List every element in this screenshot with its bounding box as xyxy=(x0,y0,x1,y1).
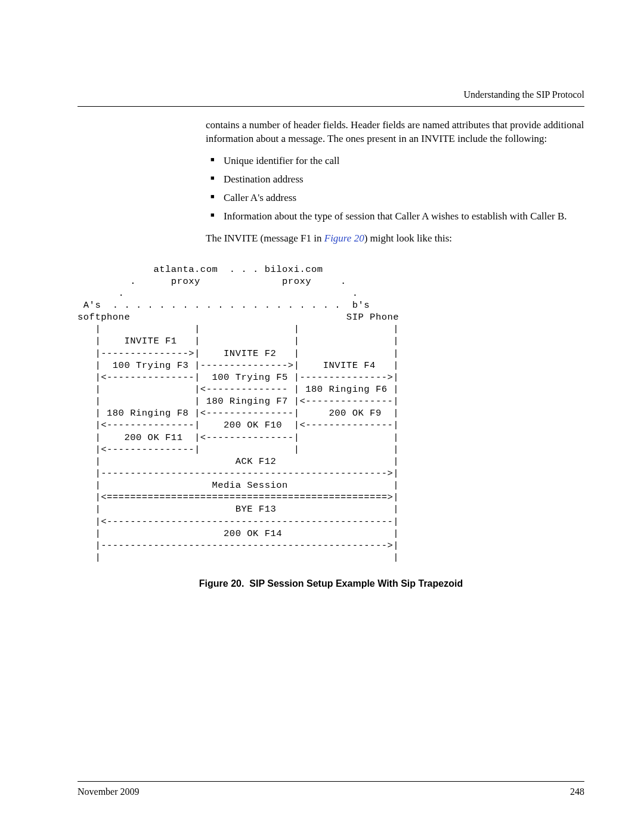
para2-post: ) might look like this: xyxy=(364,233,452,244)
list-item: Caller A's address xyxy=(206,191,584,205)
figure-caption-text: SIP Session Setup Example With Sip Trape… xyxy=(249,578,463,589)
sip-trapezoid-diagram: atlanta.com . . . biloxi.com . proxy pro… xyxy=(78,264,584,564)
list-item: Destination address xyxy=(206,173,584,187)
footer-rule xyxy=(78,781,584,782)
header-fields-list: Unique identifier for the call Destinati… xyxy=(206,154,584,224)
page-footer: November 2009 248 xyxy=(78,781,584,797)
header-rule xyxy=(78,106,584,107)
figure-20-link[interactable]: Figure 20 xyxy=(324,233,364,244)
section-header: Understanding the SIP Protocol xyxy=(78,89,584,100)
page-number: 248 xyxy=(570,786,584,797)
list-item: Information about the type of session th… xyxy=(206,210,584,224)
para2-pre: The INVITE (message F1 in xyxy=(206,233,324,244)
figure-caption: Figure 20. SIP Session Setup Example Wit… xyxy=(78,578,584,589)
figure-ref-paragraph: The INVITE (message F1 in Figure 20) mig… xyxy=(206,232,584,246)
footer-date: November 2009 xyxy=(78,786,140,797)
main-content: contains a number of header fields. Head… xyxy=(206,119,584,246)
list-item: Unique identifier for the call xyxy=(206,154,584,168)
intro-paragraph: contains a number of header fields. Head… xyxy=(206,119,584,146)
figure-label: Figure 20. xyxy=(199,578,244,589)
